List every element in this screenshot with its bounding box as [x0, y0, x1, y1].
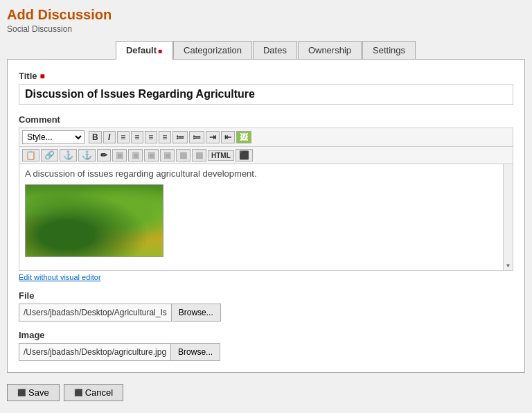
cancel-icon: ⬛ — [74, 389, 82, 396]
editor-text: A discussion of issues regarding agricul… — [25, 168, 507, 179]
tab-ownership[interactable]: Ownership — [298, 41, 362, 60]
editor-toolbar-row2: 📋 🔗 ⚓ ⚓ ✏ ▣ ▣ ▣ ▣ ▦ ▦ HTML ⬛ — [19, 146, 513, 164]
insert-img-btn[interactable]: 🖼 — [236, 131, 251, 143]
editor-toolbar-row1: Style... B I ≡ ≡ ≡ ≡ ≔ ≔ ⇥ ⇤ 🖼 — [19, 128, 513, 146]
image-path-display: /Users/jbadash/Desktop/agriculture.jpg — [19, 343, 171, 361]
comment-label: Comment — [19, 114, 513, 125]
editor-content-area[interactable]: A discussion of issues regarding agricul… — [19, 164, 513, 271]
file-path-display: /Users/jbadash/Desktop/Agricultural_Is — [19, 304, 172, 322]
edit-without-visual-editor-link[interactable]: Edit without visual editor — [19, 273, 101, 281]
html-btn[interactable]: HTML — [208, 150, 234, 161]
media-btn4[interactable]: ▣ — [160, 149, 175, 161]
edit-btn[interactable]: ✏ — [97, 149, 111, 161]
tab-settings[interactable]: Settings — [362, 41, 416, 60]
anchor-btn[interactable]: ⚓ — [78, 149, 96, 161]
paste-btn[interactable]: 📋 — [22, 149, 39, 161]
image-browse-button[interactable]: Browse... — [171, 343, 220, 361]
editor-scrollbar[interactable]: ▼ — [503, 164, 513, 270]
media-btn1[interactable]: ▣ — [112, 149, 127, 161]
file-input-row: /Users/jbadash/Desktop/Agricultural_Is B… — [19, 304, 513, 322]
page-title: Add Discussion — [7, 7, 525, 23]
indent-btn[interactable]: ⇥ — [206, 131, 220, 143]
media-btn2[interactable]: ▣ — [128, 149, 143, 161]
ol-btn[interactable]: ≔ — [189, 131, 204, 143]
media-btn3[interactable]: ▣ — [144, 149, 159, 161]
align-justify-btn[interactable]: ≡ — [159, 131, 171, 143]
ul-btn[interactable]: ≔ — [172, 131, 188, 143]
save-button[interactable]: ⬛ Save — [7, 384, 60, 401]
agriculture-image — [26, 185, 163, 256]
image-input-row: /Users/jbadash/Desktop/agriculture.jpg B… — [19, 343, 513, 361]
align-center-btn[interactable]: ≡ — [131, 131, 143, 143]
italic-button[interactable]: I — [103, 131, 116, 143]
source-btn[interactable]: ⬛ — [236, 149, 253, 161]
scroll-down-icon: ▼ — [506, 263, 511, 269]
title-required: ■ — [40, 71, 45, 81]
bold-button[interactable]: B — [89, 131, 102, 143]
style-select[interactable]: Style... — [22, 130, 85, 144]
outdent-btn[interactable]: ⇤ — [221, 131, 235, 143]
table-btn2[interactable]: ▦ — [192, 149, 206, 161]
link-btn[interactable]: 🔗 — [41, 149, 58, 161]
required-indicator: ■ — [158, 47, 162, 55]
main-panel: Title ■ Comment Style... B I ≡ ≡ ≡ ≡ ≔ ≔… — [7, 59, 525, 373]
file-label: File — [19, 290, 513, 301]
page-subtitle: Social Discussion — [7, 24, 525, 34]
image-label: Image — [19, 330, 513, 340]
title-input[interactable] — [19, 84, 513, 105]
comment-section: Comment Style... B I ≡ ≡ ≡ ≡ ≔ ≔ ⇥ ⇤ 🖼 📋… — [19, 114, 513, 282]
tab-default[interactable]: Default■ — [116, 41, 172, 60]
table-btn1[interactable]: ▦ — [176, 149, 190, 161]
unlink-btn[interactable]: ⚓ — [60, 149, 77, 161]
bottom-bar: ⬛ Save ⬛ Cancel — [7, 384, 525, 401]
image-section: Image /Users/jbadash/Desktop/agriculture… — [19, 330, 513, 361]
align-left-btn[interactable]: ≡ — [117, 131, 130, 143]
title-label: Title ■ — [19, 71, 513, 81]
save-icon: ⬛ — [17, 389, 26, 396]
tabs-bar: Default■ Categorization Dates Ownership … — [7, 41, 525, 60]
tab-categorization[interactable]: Categorization — [173, 41, 252, 60]
align-right-btn[interactable]: ≡ — [145, 131, 157, 143]
cancel-button[interactable]: ⬛ Cancel — [64, 384, 123, 401]
tab-dates[interactable]: Dates — [253, 41, 297, 60]
file-browse-button[interactable]: Browse... — [172, 304, 221, 322]
page-header: Add Discussion Social Discussion — [7, 7, 525, 34]
file-section: File /Users/jbadash/Desktop/Agricultural… — [19, 290, 513, 322]
editor-image — [25, 184, 163, 257]
